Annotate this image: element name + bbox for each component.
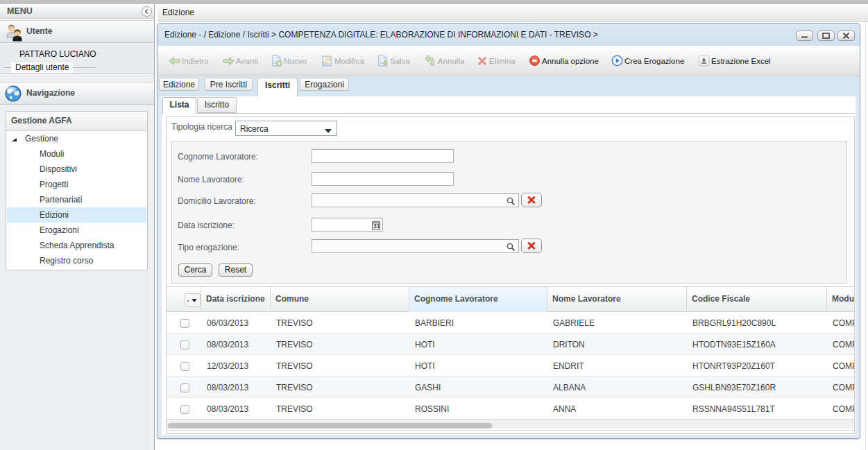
svg-text:31: 31 (373, 223, 380, 230)
